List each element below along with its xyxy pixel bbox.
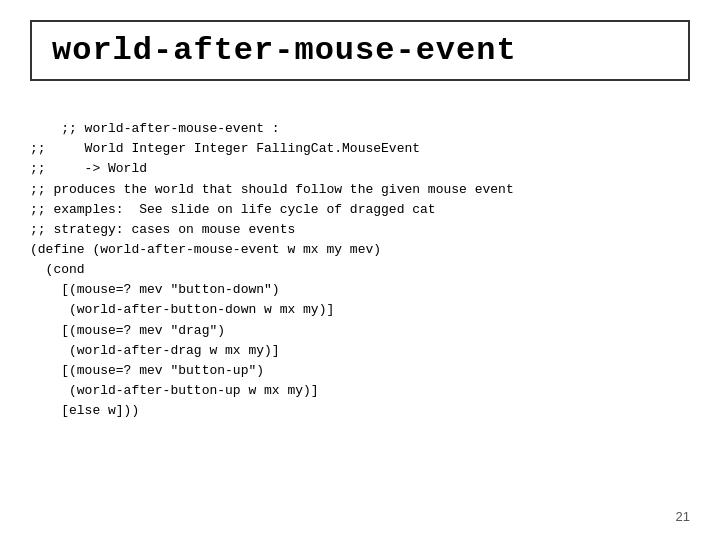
code-line-3: ;; -> World [30, 161, 147, 176]
code-line-6: ;; strategy: cases on mouse events [30, 222, 295, 237]
code-line-10: (world-after-button-down w mx my)] [30, 302, 334, 317]
code-line-13: [(mouse=? mev "button-up") [30, 363, 264, 378]
code-line-7: (define (world-after-mouse-event w mx my… [30, 242, 381, 257]
code-line-8: (cond [30, 262, 85, 277]
slide-title: world-after-mouse-event [52, 32, 517, 69]
code-line-2: ;; World Integer Integer FallingCat.Mous… [30, 141, 420, 156]
code-line-15: [else w])) [30, 403, 139, 418]
title-box: world-after-mouse-event [30, 20, 690, 81]
code-line-5: ;; examples: See slide on life cycle of … [30, 202, 436, 217]
code-line-1: ;; world-after-mouse-event : [61, 121, 279, 136]
slide: world-after-mouse-event ;; world-after-m… [0, 0, 720, 540]
code-line-11: [(mouse=? mev "drag") [30, 323, 225, 338]
code-line-12: (world-after-drag w mx my)] [30, 343, 280, 358]
code-line-9: [(mouse=? mev "button-down") [30, 282, 280, 297]
code-block: ;; world-after-mouse-event : ;; World In… [30, 99, 690, 441]
code-line-4: ;; produces the world that should follow… [30, 182, 514, 197]
code-line-14: (world-after-button-up w mx my)] [30, 383, 319, 398]
page-number: 21 [676, 509, 690, 524]
